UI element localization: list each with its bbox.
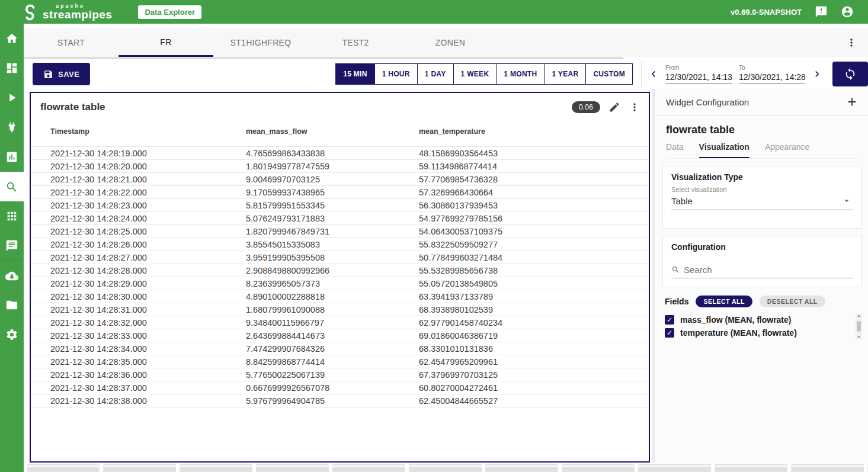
table-row: 2021-12-30 14:28:21.0009.004699707031255… [31,173,649,186]
sidebar-item-pipelines[interactable] [0,83,24,113]
table-row: 2021-12-30 14:28:33.0002.643699884414673… [31,329,649,342]
scroll-up-arrow[interactable]: ▲ [857,314,861,317]
time-range-1week[interactable]: 1 WEEK [453,63,497,85]
tab-data[interactable]: Data [666,142,684,158]
panel-title: Widget Configuration [666,97,749,107]
sidebar-item-home[interactable] [0,24,24,53]
kebab-icon [845,37,857,49]
table-row: 2021-12-30 14:28:32.0009.348400115966797… [31,316,649,329]
configuration-card: Configuration [662,236,862,287]
config-tabs: Data Visualization Appearance [666,142,859,159]
tab-fr[interactable]: FR [118,28,213,57]
field-label: temperature (MEAN, flowrate) [680,328,797,338]
date-navigation: From To [641,61,868,87]
account-icon[interactable] [841,5,854,18]
time-range-1month[interactable]: 1 MONTH [496,63,544,85]
table-row: 2021-12-30 14:28:20.0001.801949977874755… [31,160,649,173]
scroll-down-arrow[interactable]: ▼ [857,335,861,339]
sidebar-item-dashboard[interactable] [0,53,24,83]
scroll-thumb[interactable] [857,321,861,332]
refresh-rate-badge: 0.06 [572,101,600,113]
fields-list-scrollbar[interactable]: ▲ ▼ [856,313,862,339]
select-all-button[interactable]: SELECT ALL [696,296,752,307]
time-range-custom[interactable]: CUSTOM [585,63,633,85]
table-header-row: Timestamp mean_mass_flow mean_temperatur… [31,119,649,147]
visualization-type-select[interactable]: Table [671,194,853,210]
fields-label: Fields [665,297,688,306]
column-timestamp: Timestamp [31,119,246,147]
sidebar-item-apps[interactable] [0,201,24,231]
search-icon [671,265,680,274]
streampipes-logo[interactable]: apache streampipes [21,3,112,21]
select-visualization-label: Select visualization [671,186,853,193]
sidebar-item-install[interactable] [0,261,24,290]
sidebar-item-files[interactable] [0,290,24,320]
feedback-icon[interactable] [815,5,828,18]
tabbar-menu-button[interactable] [845,28,857,57]
version-label: v0.69.0-SNAPSHOT [731,8,802,17]
sidebar-item-notifications[interactable] [0,231,24,261]
tab-test2[interactable]: TEST2 [308,28,403,57]
table-row: 2021-12-30 14:28:19.0004.765699863433838… [31,147,649,160]
widget-menu-icon[interactable] [629,101,640,113]
table-row: 2021-12-30 14:28:31.0001.680799961090088… [31,303,649,316]
tab-appearance[interactable]: Appearance [765,142,810,158]
table-row: 2021-12-30 14:28:29.0008.236399650573735… [31,277,649,290]
tab-visualization[interactable]: Visualization [699,142,750,158]
edit-widget-icon[interactable] [608,101,620,113]
tab-zonen[interactable]: ZONEN [403,28,498,57]
refresh-button[interactable] [832,62,868,86]
time-range-1year[interactable]: 1 YEAR [544,63,585,85]
sidebar-item-connect[interactable] [0,113,24,142]
time-range-1hour[interactable]: 1 HOUR [374,63,417,85]
data-table: Timestamp mean_mass_flow mean_temperatur… [31,119,649,407]
deselect-all-button[interactable]: DESELECT ALL [760,296,825,307]
data-explorer-app: apache streampipes Data Explorer v0.69.0… [0,0,868,472]
to-date-input[interactable] [739,72,805,84]
add-widget-button[interactable] [845,95,859,108]
content-scrollbar[interactable] [652,89,655,463]
save-button[interactable]: SAVE [33,63,90,85]
search-input[interactable] [684,265,847,275]
selected-visualization: Table [671,196,693,206]
mass-flow-checkbox[interactable]: ✓ [665,315,674,325]
next-range-button[interactable] [809,66,825,82]
visualization-type-heading: Visualization Type [671,172,853,182]
previous-range-button[interactable] [645,66,662,82]
visualization-type-card: Visualization Type Select visualization … [662,166,862,229]
streampipes-logo-icon [21,3,39,21]
tab-start[interactable]: START [24,28,118,57]
data-explorer-badge: Data Explorer [138,5,201,19]
table-row: 2021-12-30 14:28:24.0005.076249793171883… [31,212,649,225]
sidebar-item-data-explorer[interactable] [0,172,24,201]
time-range-15min[interactable]: 15 MIN [335,63,374,85]
logo-streampipes-text: streampipes [43,9,112,20]
tab-st1highfreq[interactable]: ST1HIGHFREQ [213,28,308,57]
time-range-1day[interactable]: 1 DAY [417,63,453,85]
configured-widget-name: flowrate table [666,124,859,136]
plus-icon [845,95,859,108]
sidebar-item-dashboard-live[interactable] [0,142,24,172]
temperature-checkbox[interactable]: ✓ [665,328,674,338]
table-row: 2021-12-30 14:28:28.0002.908849880099296… [31,264,649,277]
field-search [671,265,853,278]
table-row: 2021-12-30 14:28:23.0005.815799951553345… [31,199,649,212]
table-row: 2021-12-30 14:28:34.0007.474299907684326… [31,342,649,355]
dashboard-tabbar: START FR ST1HIGHFREQ TEST2 ZONEN [24,28,868,57]
from-date-input[interactable] [665,72,732,84]
time-range-group: 15 MIN 1 HOUR 1 DAY 1 WEEK 1 MONTH 1 YEA… [335,63,633,85]
table-row: 2021-12-30 14:28:37.0000.667699992656707… [31,381,649,394]
toolbar: SAVE 15 MIN 1 HOUR 1 DAY 1 WEEK 1 MONTH … [24,59,868,89]
field-label: mass_flow (MEAN, flowrate) [680,315,791,325]
save-label: SAVE [58,70,79,79]
table-row: 2021-12-30 14:28:35.0008.842599868774414… [31,355,649,368]
table-row: 2021-12-30 14:28:30.0004.890100002288818… [31,290,649,303]
play-icon [5,91,18,104]
table-row: 2021-12-30 14:28:36.0005.776500225067139… [31,368,649,381]
home-icon [5,32,18,45]
chevron-left-icon [648,68,659,80]
from-label: From [665,65,732,71]
sidebar-item-settings[interactable] [0,320,24,349]
save-icon [43,69,53,79]
field-item-temperature: ✓ temperature (MEAN, flowrate) [662,326,854,339]
